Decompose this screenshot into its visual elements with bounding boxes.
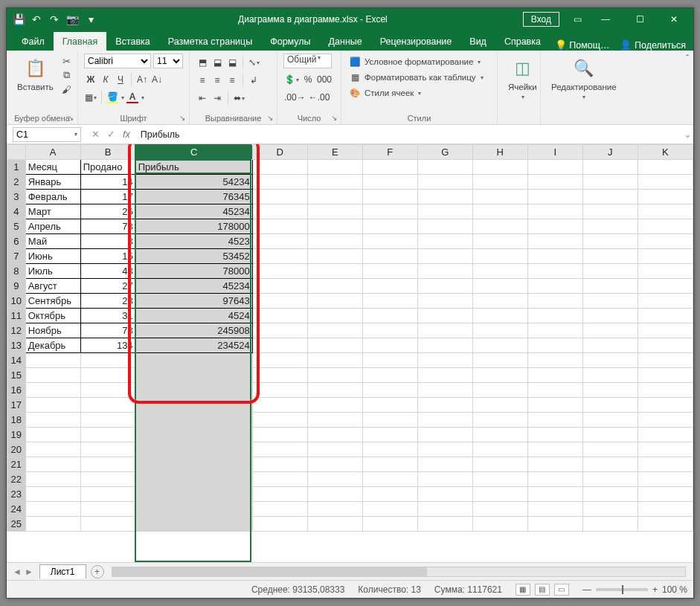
cell-B5[interactable]: 78 (80, 219, 135, 234)
row-header-14[interactable]: 14 (7, 353, 26, 368)
cell-E13[interactable] (307, 338, 362, 353)
cell-F5[interactable] (362, 219, 417, 234)
decrease-decimal-icon[interactable]: ←.00 (308, 91, 331, 104)
cell-H12[interactable] (472, 323, 527, 338)
cell-E5[interactable] (307, 219, 362, 234)
accounting-format-icon[interactable]: 💲▾ (283, 73, 300, 86)
cell-C6[interactable]: 4523 (135, 234, 252, 249)
cell-D16[interactable] (252, 383, 307, 398)
cell-I8[interactable] (527, 264, 582, 279)
align-center-icon[interactable]: ≡ (211, 74, 224, 87)
cell-B18[interactable] (80, 413, 135, 428)
prev-sheet-icon[interactable]: ◄ (13, 567, 22, 577)
cell-F16[interactable] (362, 383, 417, 398)
orientation-icon[interactable]: ⤡▾ (247, 56, 260, 69)
cell-A9[interactable]: Август (25, 279, 80, 294)
cell-F10[interactable] (362, 294, 417, 309)
cell-J23[interactable] (582, 487, 638, 502)
cell-I24[interactable] (527, 502, 582, 517)
cell-G16[interactable] (417, 383, 472, 398)
cell-E18[interactable] (307, 413, 362, 428)
cell-H2[interactable] (472, 175, 527, 190)
cell-K8[interactable] (638, 264, 693, 279)
cell-F4[interactable] (362, 204, 417, 219)
cell-J25[interactable] (582, 517, 638, 532)
cell-J10[interactable] (582, 294, 638, 309)
cell-F18[interactable] (362, 413, 417, 428)
cell-D12[interactable] (252, 323, 307, 338)
cell-E12[interactable] (307, 323, 362, 338)
cell-F6[interactable] (362, 234, 417, 249)
cell-G20[interactable] (417, 442, 472, 457)
cell-C12[interactable]: 245908 (135, 323, 252, 338)
cell-H9[interactable] (472, 279, 527, 294)
row-header-6[interactable]: 6 (7, 234, 26, 249)
row-header-17[interactable]: 17 (7, 398, 26, 413)
cell-F8[interactable] (362, 264, 417, 279)
name-box[interactable]: C1▾ (13, 127, 81, 142)
cell-B6[interactable]: 3 (80, 234, 135, 249)
cell-I1[interactable] (527, 160, 582, 175)
row-header-21[interactable]: 21 (7, 457, 26, 472)
cell-A18[interactable] (25, 413, 80, 428)
cell-D5[interactable] (252, 219, 307, 234)
cell-E21[interactable] (307, 457, 362, 472)
cell-D7[interactable] (252, 249, 307, 264)
cell-B25[interactable] (80, 517, 135, 532)
cell-H3[interactable] (472, 190, 527, 204)
cell-A8[interactable]: Июль (25, 264, 80, 279)
ribbon-tab-главная[interactable]: Главная (54, 32, 107, 51)
cell-I10[interactable] (527, 294, 582, 309)
share-button[interactable]: 👤 Поделиться (620, 39, 686, 51)
cell-I25[interactable] (527, 517, 582, 532)
cell-G6[interactable] (417, 234, 472, 249)
cell-C8[interactable]: 78000 (135, 264, 252, 279)
close-button[interactable]: ✕ (658, 8, 690, 30)
fx-icon[interactable]: fx (123, 129, 130, 140)
align-left-icon[interactable]: ≡ (196, 74, 209, 87)
cell-K10[interactable] (638, 294, 693, 309)
cell-D14[interactable] (252, 353, 307, 368)
cell-D1[interactable] (252, 160, 307, 175)
cell-H25[interactable] (472, 517, 527, 532)
cell-I9[interactable] (527, 279, 582, 294)
cell-A24[interactable] (25, 502, 80, 517)
cell-E19[interactable] (307, 428, 362, 442)
cell-A17[interactable] (25, 398, 80, 413)
column-header-C[interactable]: C (135, 145, 252, 160)
cell-K6[interactable] (638, 234, 693, 249)
cell-F3[interactable] (362, 190, 417, 204)
cut-icon[interactable]: ✂ (61, 55, 73, 67)
cell-B19[interactable] (80, 428, 135, 442)
cell-D22[interactable] (252, 472, 307, 487)
row-header-25[interactable]: 25 (7, 517, 26, 532)
save-icon[interactable]: 💾 (13, 13, 25, 25)
cell-E3[interactable] (307, 190, 362, 204)
cell-styles-button[interactable]: 🎨Стили ячеек▾ (347, 86, 423, 100)
cell-K21[interactable] (638, 457, 693, 472)
cell-H1[interactable] (472, 160, 527, 175)
cell-B15[interactable] (80, 368, 135, 383)
cell-G4[interactable] (417, 204, 472, 219)
cell-K11[interactable] (638, 309, 693, 323)
cell-J11[interactable] (582, 309, 638, 323)
cell-J24[interactable] (582, 502, 638, 517)
cell-H15[interactable] (472, 368, 527, 383)
cell-A19[interactable] (25, 428, 80, 442)
cell-D21[interactable] (252, 457, 307, 472)
cell-J21[interactable] (582, 457, 638, 472)
cell-C22[interactable] (135, 472, 252, 487)
cell-J20[interactable] (582, 442, 638, 457)
cell-A12[interactable]: Ноябрь (25, 323, 80, 338)
cell-C17[interactable] (135, 398, 252, 413)
cell-C7[interactable]: 53452 (135, 249, 252, 264)
cell-H10[interactable] (472, 294, 527, 309)
cell-B9[interactable]: 27 (80, 279, 135, 294)
cell-A5[interactable]: Апрель (25, 219, 80, 234)
cell-J7[interactable] (582, 249, 638, 264)
cell-I23[interactable] (527, 487, 582, 502)
cell-J17[interactable] (582, 398, 638, 413)
cell-A13[interactable]: Декабрь (25, 338, 80, 353)
cell-G23[interactable] (417, 487, 472, 502)
cell-G25[interactable] (417, 517, 472, 532)
